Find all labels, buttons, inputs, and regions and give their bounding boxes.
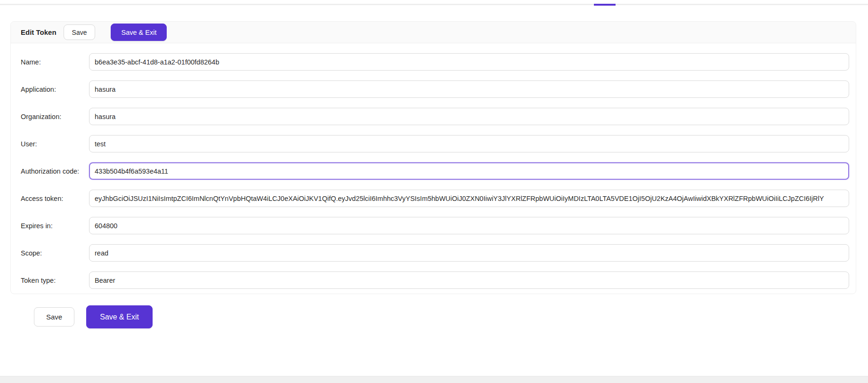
nav-active-tab-indicator[interactable] [594, 4, 616, 6]
form-row-authorization-code: Authorization code: [21, 162, 849, 180]
form-row-scope: Scope: [21, 244, 849, 262]
field-input-name[interactable] [89, 53, 849, 71]
form-row-user: User: [21, 135, 849, 152]
field-label-organization: Organization: [21, 113, 89, 120]
save-button-top[interactable]: Save [64, 24, 96, 40]
save-and-exit-button-top[interactable]: Save & Exit [111, 24, 167, 41]
page-title: Edit Token [21, 28, 57, 36]
field-input-access-token[interactable] [89, 190, 849, 207]
field-label-access-token: Access token: [21, 195, 89, 202]
footer-actions: Save Save & Exit [34, 305, 153, 328]
save-button-bottom[interactable]: Save [34, 307, 74, 327]
form-row-name: Name: [21, 53, 849, 71]
form-row-expires-in: Expires in: [21, 217, 849, 234]
edit-token-card: Edit Token Save Save & Exit Name:Applica… [10, 21, 856, 294]
field-label-token-type: Token type: [21, 277, 89, 284]
field-input-scope[interactable] [89, 244, 849, 262]
field-input-authorization-code[interactable] [89, 162, 849, 180]
field-input-token-type[interactable] [89, 271, 849, 289]
footer-strip [0, 376, 868, 383]
field-input-expires-in[interactable] [89, 217, 849, 234]
field-input-user[interactable] [89, 135, 849, 152]
field-label-expires-in: Expires in: [21, 222, 89, 230]
save-and-exit-button-bottom[interactable]: Save & Exit [86, 305, 153, 328]
form-row-organization: Organization: [21, 108, 849, 125]
form-row-application: Application: [21, 80, 849, 98]
field-input-organization[interactable] [89, 108, 849, 125]
field-label-application: Application: [21, 86, 89, 93]
form-row-token-type: Token type: [21, 271, 849, 289]
top-navbar [0, 0, 868, 5]
field-label-user: User: [21, 140, 89, 148]
field-label-authorization-code: Authorization code: [21, 168, 89, 175]
field-label-scope: Scope: [21, 249, 89, 257]
token-form: Name:Application:Organization:User:Autho… [11, 43, 856, 294]
form-row-access-token: Access token: [21, 190, 849, 207]
form-rows: Name:Application:Organization:User:Autho… [21, 53, 849, 289]
field-input-application[interactable] [89, 80, 849, 98]
field-label-name: Name: [21, 58, 89, 66]
card-header: Edit Token Save Save & Exit [11, 22, 856, 43]
